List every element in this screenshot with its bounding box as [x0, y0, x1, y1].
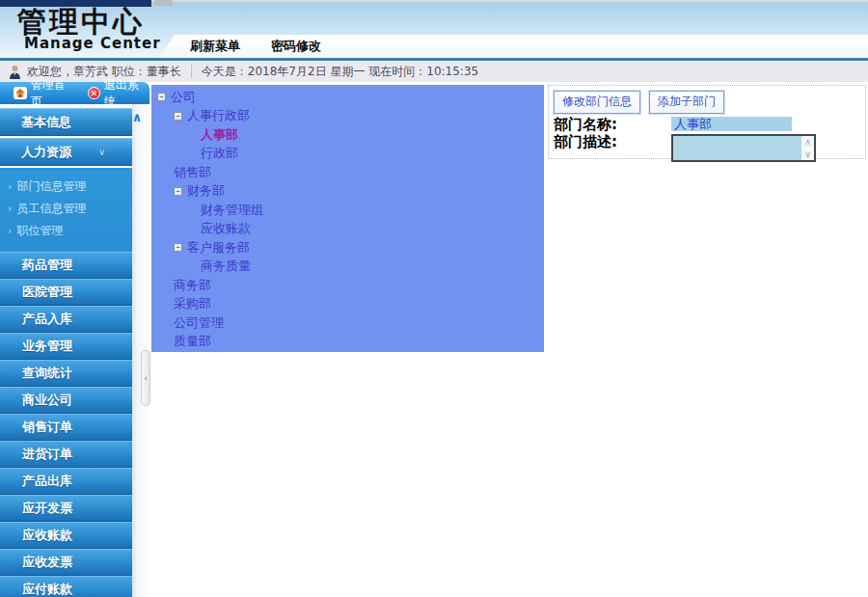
- tree-node-sales-dept[interactable]: 销售部: [151, 163, 544, 182]
- chevron-down-icon: ∨: [804, 149, 811, 159]
- home-label: 管理首页: [31, 77, 76, 110]
- department-name-label: 部门名称:: [554, 117, 671, 132]
- collapse-box-icon[interactable]: –: [174, 112, 182, 121]
- sub-item-label: 职位管理: [16, 223, 63, 239]
- item-label: 进货订单: [22, 446, 72, 463]
- tree-node-company[interactable]: – 公司: [151, 88, 544, 107]
- group-label: 人力资源: [21, 144, 71, 161]
- textarea-scrollbar[interactable]: ∧ ∨: [801, 136, 814, 160]
- tree-node-label: 财务管理组: [201, 202, 263, 219]
- sidebar-item-position-mgmt[interactable]: › 职位管理: [0, 220, 132, 242]
- item-label: 业务管理: [22, 338, 72, 355]
- chevron-down-icon: ∨: [98, 147, 105, 157]
- tree-node-customer-service[interactable]: – 客户服务部: [151, 238, 544, 258]
- sidebar-item-invoices-to-issue[interactable]: 应开发票: [0, 495, 132, 522]
- item-label: 药品管理: [22, 257, 72, 274]
- menu-item-refresh[interactable]: 刷新菜单: [190, 38, 240, 55]
- department-desc-textarea[interactable]: ∧ ∨: [671, 134, 816, 162]
- welcome-divider: [191, 65, 192, 78]
- collapse-box-icon[interactable]: –: [174, 243, 182, 252]
- chevron-left-icon: ‹: [144, 373, 148, 383]
- tree-node-receivables[interactable]: 应收账款: [151, 220, 544, 239]
- tree-node-purchasing-dept[interactable]: 采购部: [151, 295, 544, 314]
- logout-label: 退出系统: [104, 77, 149, 110]
- app-logo: 管理中心 Manage Center: [17, 8, 161, 51]
- sidebar-item-hospital-mgmt[interactable]: 医院管理: [0, 279, 132, 306]
- top-menu-bar: 刷新菜单 密码修改: [159, 35, 868, 58]
- manage-center-app: 管理中心 Manage Center 刷新菜单 密码修改 欢迎您，章芳武 职位：…: [0, 0, 868, 597]
- tree-node-label: 财务部: [187, 182, 225, 200]
- item-label: 应付账款: [22, 581, 72, 597]
- chevron-up-icon: ∧: [804, 137, 811, 147]
- sidebar-item-payables[interactable]: 应付账款: [0, 576, 132, 597]
- tree-node-finance-dept[interactable]: – 财务部: [151, 182, 544, 202]
- arrow-icon: ›: [8, 203, 12, 215]
- arrow-icon: ›: [8, 180, 12, 193]
- close-icon: ✕: [88, 87, 100, 99]
- tree-node-finance-group[interactable]: 财务管理组: [151, 201, 544, 220]
- collapse-box-icon[interactable]: –: [174, 187, 182, 196]
- item-label: 商业公司: [22, 392, 72, 409]
- sidebar-item-product-inbound[interactable]: 产品入库: [0, 306, 132, 333]
- tree-node-label: 质量部: [174, 333, 211, 350]
- item-label: 查询统计: [22, 365, 72, 382]
- tree-node-company-mgmt[interactable]: 公司管理: [151, 313, 544, 333]
- sidebar-group-hr[interactable]: 人力资源 ∨: [0, 138, 132, 166]
- menu-item-password[interactable]: 密码修改: [271, 38, 321, 55]
- sidebar-item-product-outbound[interactable]: 产品出库: [0, 468, 132, 495]
- sidebar-item-purchase-orders[interactable]: 进货订单: [0, 441, 132, 468]
- tree-node-admin-dept[interactable]: 行政部: [151, 145, 544, 164]
- department-detail-panel: 修改部门信息 添加子部门 部门名称: 人事部 部门描述: ∧ ∨: [545, 82, 868, 597]
- item-label: 应开发票: [22, 500, 72, 517]
- top-notch: [154, 0, 173, 6]
- department-name-value[interactable]: 人事部: [671, 117, 792, 131]
- sidebar-group-basic-info[interactable]: 基本信息: [0, 108, 132, 136]
- sidebar-item-sales-orders[interactable]: 销售订单: [0, 414, 132, 441]
- hr-submenu: › 部门信息管理 › 员工信息管理 › 职位管理: [0, 168, 132, 252]
- sidebar-item-query-stats[interactable]: 查询统计: [0, 360, 132, 387]
- add-subdepartment-button[interactable]: 添加子部门: [649, 91, 724, 114]
- item-label: 产品出库: [22, 473, 72, 490]
- tree-node-business-dept[interactable]: 商务部: [151, 276, 544, 295]
- department-tree: – 公司 – 人事行政部 人事部 行政部 销售部 – 财务部 财务管理组 应收账…: [151, 85, 544, 352]
- tree-node-quality-dept[interactable]: 质量部: [151, 333, 544, 352]
- modify-department-button[interactable]: 修改部门信息: [554, 91, 640, 114]
- tree-node-label: 人事行政部: [187, 107, 250, 124]
- item-label: 应收发票: [22, 554, 72, 571]
- tree-node-business-quality[interactable]: 商务质量: [151, 258, 544, 277]
- tree-node-hr-dept-selected[interactable]: 人事部: [151, 125, 544, 145]
- tree-node-label: 公司: [171, 89, 196, 106]
- sidebar: 管理首页 ✕ 退出系统 ∧ ‹ 基本信息 人力资源 ∨ › 部门信息管理: [0, 82, 151, 597]
- collapse-box-icon[interactable]: –: [157, 93, 166, 101]
- department-form: 修改部门信息 添加子部门 部门名称: 人事部 部门描述: ∧ ∨: [548, 85, 866, 159]
- sidebar-item-business-mgmt[interactable]: 业务管理: [0, 333, 132, 360]
- home-icon: [14, 87, 27, 99]
- sidebar-item-drug-mgmt[interactable]: 药品管理: [0, 252, 132, 279]
- date-text: 今天是：2018年7月2日 星期一 现在时间：10:15:35: [202, 64, 478, 80]
- arrow-icon: ›: [8, 225, 12, 237]
- form-button-row: 修改部门信息 添加子部门: [554, 91, 865, 114]
- sidebar-item-department-info[interactable]: › 部门信息管理: [0, 176, 132, 198]
- logout-link[interactable]: ✕ 退出系统: [76, 77, 149, 110]
- sidebar-item-receivables[interactable]: 应收账款: [0, 522, 132, 549]
- tree-node-hr-admin[interactable]: – 人事行政部: [151, 107, 544, 126]
- item-label: 医院管理: [22, 284, 72, 301]
- home-link[interactable]: 管理首页: [0, 77, 76, 110]
- tree-node-label: 公司管理: [174, 314, 224, 332]
- sidebar-header-bar: 管理首页 ✕ 退出系统: [0, 82, 149, 104]
- sidebar-menu: 基本信息 人力资源 ∨ › 部门信息管理 › 员工信息管理 › 职位管理: [0, 108, 132, 597]
- sidebar-item-commercial-company[interactable]: 商业公司: [0, 387, 132, 414]
- tree-node-label: 人事部: [201, 126, 238, 144]
- item-label: 产品入库: [22, 311, 72, 328]
- tree-node-label: 应收账款: [201, 220, 251, 237]
- sub-item-label: 部门信息管理: [16, 178, 86, 195]
- sidebar-item-receivable-invoices[interactable]: 应收发票: [0, 549, 132, 576]
- collapse-splitter-handle[interactable]: ‹: [141, 350, 150, 406]
- department-desc-row: 部门描述: ∧ ∨: [554, 134, 865, 162]
- logo-title: 管理中心: [17, 8, 161, 37]
- department-name-row: 部门名称: 人事部: [554, 117, 865, 132]
- sidebar-item-employee-info[interactable]: › 员工信息管理: [0, 198, 132, 220]
- tree-node-label: 商务质量: [201, 258, 251, 275]
- tree-node-label: 销售部: [174, 164, 211, 181]
- department-desc-label: 部门描述:: [554, 134, 671, 149]
